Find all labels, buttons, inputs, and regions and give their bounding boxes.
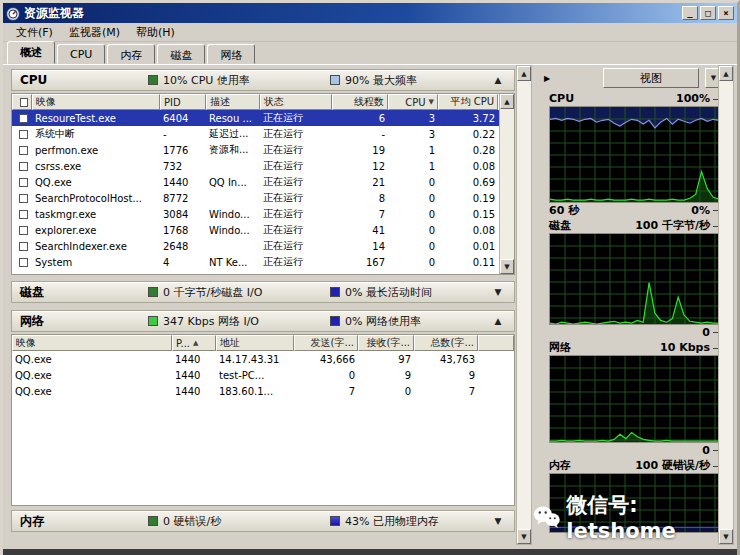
cpu-table-scrollbar[interactable]: ▲ ▼ bbox=[499, 94, 514, 274]
scroll-down-icon[interactable]: ▼ bbox=[719, 529, 733, 544]
select-all-checkbox[interactable] bbox=[20, 98, 28, 107]
row-checkbox[interactable] bbox=[19, 130, 28, 139]
table-row[interactable]: SearchIndexer.exe2648正在运行1400.01 bbox=[12, 238, 514, 254]
table-cell: 资源和... bbox=[206, 143, 260, 157]
network-section-header[interactable]: 网络 347 Kbps 网络 I/O 0% 网络使用率 ▲ bbox=[11, 310, 515, 332]
table-row[interactable]: ResoureTest.exe6404Resou ...正在运行633.72 bbox=[12, 110, 514, 126]
table-cell: ResoureTest.exe bbox=[32, 113, 160, 124]
table-row[interactable]: csrss.exe732正在运行1210.08 bbox=[12, 158, 514, 174]
right-panel-scrollbar[interactable]: ▲ ▼ bbox=[718, 65, 734, 545]
column-header[interactable]: 线程数 bbox=[332, 94, 388, 110]
cpu-section-header[interactable]: CPU 10% CPU 使用率 90% 最大频率 ▲ bbox=[11, 69, 515, 91]
menu-file[interactable]: 文件(F) bbox=[9, 23, 60, 42]
table-cell: 14.17.43.31 bbox=[216, 354, 294, 365]
scroll-up-icon[interactable]: ▲ bbox=[719, 66, 733, 81]
table-cell: 1 bbox=[388, 145, 438, 156]
row-checkbox[interactable] bbox=[19, 146, 28, 155]
cpu-usage-legend: 10% CPU 使用率 bbox=[163, 73, 250, 88]
table-row[interactable]: explorer.exe1768Windo...正在运行4100.08 bbox=[12, 222, 514, 238]
table-cell: 正在运行 bbox=[260, 191, 332, 205]
table-cell: 正在运行 bbox=[260, 239, 332, 253]
menu-monitor[interactable]: 监视器(M) bbox=[62, 23, 127, 42]
table-cell: 1 bbox=[388, 161, 438, 172]
row-checkbox[interactable] bbox=[19, 210, 28, 219]
cpu-maxfreq-swatch bbox=[330, 75, 340, 85]
memory-section-header[interactable]: 内存 0 硬错误/秒 43% 已用物理内存 ▼ bbox=[11, 510, 515, 532]
column-header[interactable]: CPU▼ bbox=[388, 94, 438, 110]
network-collapse-icon[interactable]: ▲ bbox=[490, 316, 506, 326]
row-checkbox[interactable] bbox=[19, 178, 28, 187]
graphs-toolbar: ▶ 视图 ▼ bbox=[533, 65, 724, 91]
table-cell: QQ.exe bbox=[12, 386, 172, 397]
cpu-table-header: 映像PID描述状态线程数CPU▼平均 CPU bbox=[12, 94, 514, 110]
row-checkbox[interactable] bbox=[19, 114, 28, 123]
row-checkbox[interactable] bbox=[19, 194, 28, 203]
table-row[interactable]: perfmon.exe1776资源和...正在运行1910.28 bbox=[12, 142, 514, 158]
table-cell: 8 bbox=[332, 193, 388, 204]
column-header[interactable]: P...▲ bbox=[172, 335, 216, 351]
column-header[interactable]: 状态 bbox=[260, 94, 332, 110]
scroll-down-icon[interactable]: ▼ bbox=[500, 259, 514, 274]
row-checkbox[interactable] bbox=[19, 258, 28, 267]
maximize-button[interactable]: □ bbox=[700, 6, 716, 20]
table-cell: 0.08 bbox=[438, 161, 498, 172]
left-panel-scrollbar[interactable]: ▲ ▼ bbox=[516, 65, 532, 545]
table-cell: 0 bbox=[388, 241, 438, 252]
network-usage-legend: 0% 网络使用率 bbox=[345, 314, 421, 329]
column-header[interactable]: 发送(字... bbox=[294, 335, 358, 351]
tab-strip: 概述 CPU 内存 磁盘 网络 bbox=[3, 42, 737, 65]
table-cell: 0.08 bbox=[438, 225, 498, 236]
cpu-maxfreq-legend: 90% 最大频率 bbox=[345, 73, 417, 88]
menu-help[interactable]: 帮助(H) bbox=[129, 23, 182, 42]
column-header[interactable]: 描述 bbox=[206, 94, 260, 110]
row-checkbox[interactable] bbox=[19, 162, 28, 171]
row-checkbox[interactable] bbox=[19, 242, 28, 251]
column-header[interactable]: 接收(字... bbox=[358, 335, 414, 351]
column-header[interactable]: 映像 bbox=[12, 335, 172, 351]
tab-cpu[interactable]: CPU bbox=[57, 44, 105, 64]
column-header[interactable]: 地址 bbox=[216, 335, 294, 351]
cpu-collapse-icon[interactable]: ▲ bbox=[490, 75, 506, 85]
tab-network[interactable]: 网络 bbox=[207, 44, 255, 64]
table-row[interactable]: QQ.exe1440183.60.1...707 bbox=[12, 383, 514, 399]
table-row[interactable]: QQ.exe1440test-PC...099 bbox=[12, 367, 514, 383]
tab-memory[interactable]: 内存 bbox=[107, 44, 155, 64]
disk-collapse-icon[interactable]: ▼ bbox=[490, 287, 506, 297]
network-table-header: 映像P...▲地址发送(字...接收(字...总数(字... bbox=[12, 335, 514, 351]
disk-section-header[interactable]: 磁盘 0 千字节/秒磁盘 I/O 0% 最长活动时间 ▼ bbox=[11, 281, 515, 303]
minimize-button[interactable]: _ bbox=[682, 6, 698, 20]
row-checkbox[interactable] bbox=[19, 226, 28, 235]
tab-disk[interactable]: 磁盘 bbox=[157, 44, 205, 64]
column-header[interactable]: 平均 CPU bbox=[438, 94, 498, 110]
column-header[interactable]: PID bbox=[160, 94, 206, 110]
table-cell: 0 bbox=[388, 193, 438, 204]
table-cell: 6404 bbox=[160, 113, 206, 124]
table-row[interactable]: 系统中断-延迟过...正在运行-30.22 bbox=[12, 126, 514, 142]
table-row[interactable]: System4NT Ke...正在运行16700.11 bbox=[12, 254, 514, 270]
select-all-header[interactable] bbox=[12, 94, 32, 110]
table-cell: 系统中断 bbox=[32, 127, 160, 141]
table-cell: 3 bbox=[388, 113, 438, 124]
table-row[interactable]: QQ.exe1440QQ In...正在运行2100.69 bbox=[12, 174, 514, 190]
scroll-up-icon[interactable]: ▲ bbox=[500, 94, 514, 109]
expand-panel-icon[interactable]: ▶ bbox=[539, 70, 555, 86]
table-cell: 延迟过... bbox=[206, 127, 260, 141]
disk-section-title: 磁盘 bbox=[20, 284, 148, 301]
table-row[interactable]: taskmgr.exe3084Windo...正在运行700.15 bbox=[12, 206, 514, 222]
column-header[interactable]: 映像 bbox=[32, 94, 160, 110]
scroll-up-icon[interactable]: ▲ bbox=[517, 66, 531, 81]
table-row[interactable]: SearchProtocolHost...8772正在运行800.19 bbox=[12, 190, 514, 206]
table-cell: 正在运行 bbox=[260, 223, 332, 237]
column-header[interactable]: 总数(字... bbox=[414, 335, 478, 351]
memory-collapse-icon[interactable]: ▼ bbox=[490, 516, 506, 526]
memory-section-title: 内存 bbox=[20, 513, 148, 530]
table-cell: Windo... bbox=[206, 225, 260, 236]
scroll-down-icon[interactable]: ▼ bbox=[517, 529, 531, 544]
close-button[interactable]: × bbox=[718, 6, 734, 20]
cpu-graph-scale: 100% bbox=[676, 92, 710, 105]
disk-graph-scale: 100 千字节/秒 bbox=[635, 219, 710, 232]
table-row[interactable]: QQ.exe144014.17.43.3143,6669743,763 bbox=[12, 351, 514, 367]
tab-overview[interactable]: 概述 bbox=[7, 41, 55, 64]
views-button[interactable]: 视图 bbox=[603, 68, 699, 88]
window-bottom-edge bbox=[3, 549, 737, 555]
